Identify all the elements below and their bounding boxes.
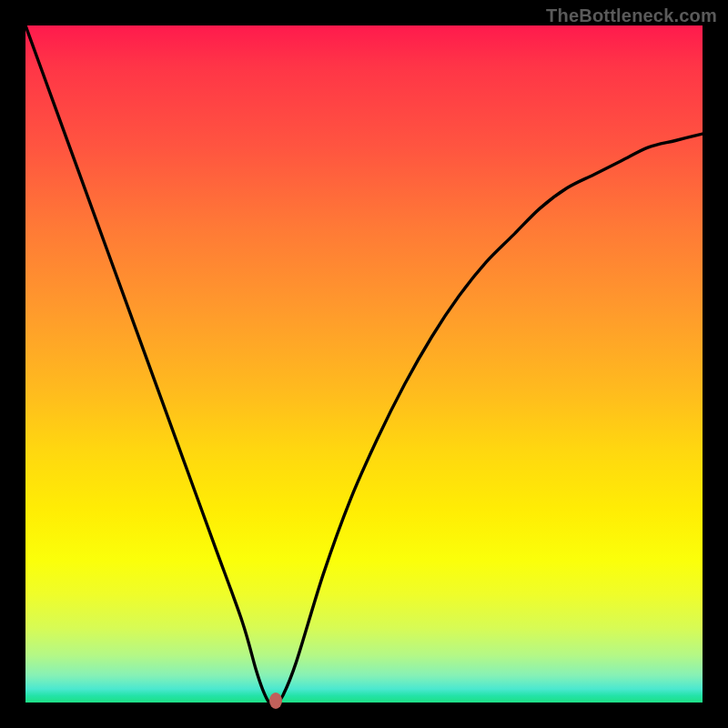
chart-frame: TheBottleneck.com	[0, 0, 728, 728]
plot-area	[25, 25, 703, 703]
optimum-marker	[269, 693, 282, 709]
bottleneck-curve	[25, 25, 703, 703]
watermark-text: TheBottleneck.com	[546, 5, 717, 26]
